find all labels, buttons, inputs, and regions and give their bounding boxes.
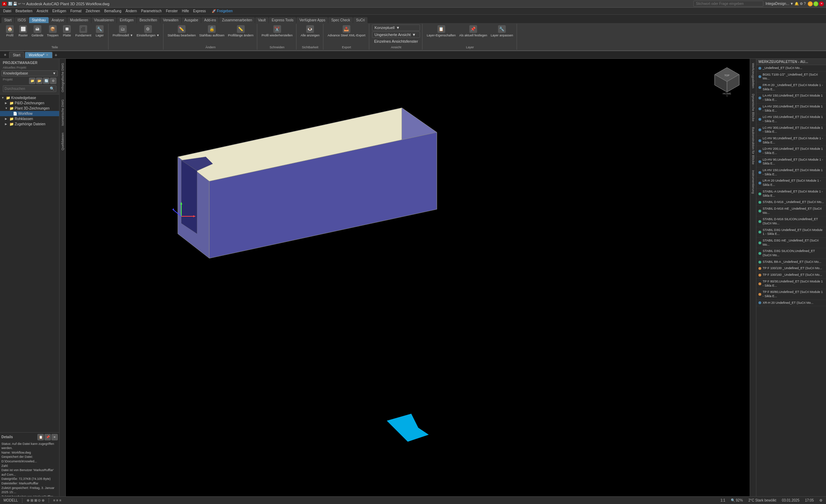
status-extra[interactable]: ≡ ≡ ≡ [52,498,63,503]
details-btn2[interactable]: 📌 [44,434,51,440]
ribbon-btn-profilmodell[interactable]: 🗂 Profilmodell ▼ [111,24,134,38]
palette-item-7[interactable]: LC-HV 90,Undefined_ET (SuCri Module 1 - … [756,135,826,146]
ribbon-btn-profilelaenge[interactable]: 📏 Profillänge ändern [226,24,255,38]
viewcube[interactable]: HOME TOP S [711,66,743,97]
tab-modellieren[interactable]: Modellieren [67,17,91,23]
close-button[interactable]: ✕ [819,1,824,6]
palette-item-15[interactable]: STABIL D-M16 SILICON,Undefined_ET (SuCri… [756,216,826,227]
palette-item-9[interactable]: LD-HV 90,Undefined_ET (SuCri Module 1 - … [756,157,826,167]
menu-hilfe[interactable]: Hilfe [180,8,191,14]
tab-beschriften[interactable]: Beschriften [137,17,160,23]
status-1-1[interactable]: 1:1 [719,498,727,503]
palette-item-16[interactable]: STABIL D3G Undefined_ET (SuCri Module 1 … [756,227,826,238]
ribbon-btn-layer-eigenschaften[interactable]: 📋 Layer-Eigenschaften [425,24,457,38]
tree-zugehoerige[interactable]: ▶ 📁 Zugehörige Dateien [0,121,59,127]
ribbon-btn-profil-wiederherstellen[interactable]: ✂️ Profil wiederherstellen [260,24,294,38]
menu-parametrisch[interactable]: Parametrisch [139,8,163,14]
ribbon-btn-lager[interactable]: 🔧 Lager [93,24,106,38]
ribbon-btn-stahlbau-aufloesen[interactable]: 🔓 Stahlbau auflösen [198,24,226,38]
viewport[interactable]: HOME TOP S [66,59,750,504]
palette-item-10[interactable]: LK-HV 150,Undefined_ET (SuCri Module 1 -… [756,167,826,178]
open-project-btn[interactable]: 📂 [36,78,42,84]
palette-item-19[interactable]: STABIL B8-A _Undefined_ET (SuCri Mo... [756,259,826,266]
konzeptuell-dropdown[interactable]: Konzeptuell ▼ [372,24,420,31]
palette-item-17[interactable]: STABIL D3G mE _Undefined_ET (SuCri Mo... [756,238,826,248]
tab-analyse[interactable]: Analyse [49,17,67,23]
settings-btn[interactable]: ⚙ [50,78,56,84]
tab-vault[interactable]: Vault [255,17,268,23]
ribbon-btn-stahlbau-bearbeiten[interactable]: ✏️ Stahlbau bearbeiten [166,24,197,38]
knowledgebase-dropdown[interactable]: Knowledgebase ▼ [1,70,58,76]
tab-speccheck[interactable]: Spec Check [328,17,353,23]
tab-stahlbau[interactable]: Stahlbau [29,17,48,23]
palette-item-6[interactable]: LC-HV 300,Undefined_ET (SuCri Module 1 -… [756,125,826,135]
tree-pid[interactable]: ▶ 📁 P&ID-Zeichnungen [0,100,59,106]
search-input[interactable] [693,1,763,7]
vtab-orthografisch[interactable]: Orthografische DWG [60,60,65,95]
ribbon-btn-profil[interactable]: 🏠 Profil [4,24,16,38]
menu-bemasz[interactable]: Bemaßung [103,8,123,14]
palette-item-1[interactable]: BG61 T100-1/2" _Undefined_ET (SuCri Mo..… [756,72,826,82]
palette-item-5[interactable]: LC-HV 150,Undefined_ET (SuCri Module 1 -… [756,114,826,125]
maximize-button[interactable]: □ [813,1,818,6]
tab-visualisieren[interactable]: Visualisieren [91,17,117,23]
menu-fenster[interactable]: Fenster [164,8,180,14]
menu-format[interactable]: Format [69,8,83,14]
minimize-button[interactable]: — [808,1,813,6]
freigeben-button[interactable]: 🚀 Freigeben [212,9,233,13]
rvtab-instrumentierung[interactable]: Instrumentierung [751,167,756,197]
tab-add-button[interactable]: + [53,52,59,58]
tab-addins[interactable]: Add-ins [201,17,219,23]
tab-verwalten[interactable]: Verwalten [160,17,181,23]
rvtab-dynamische[interactable]: Dynamische Blöcke [751,91,756,124]
palette-item-14[interactable]: STABIL D-M16 mE _Undefined_ET (SuCri Mo.… [756,206,826,216]
menu-aendern[interactable]: Ändern [124,8,139,14]
status-zoom[interactable]: 🔍 92% [729,498,744,503]
menu-express[interactable]: Express [191,8,208,14]
palette-item-12[interactable]: STABIL-A Undefined_ET (SuCri Module 1 - … [756,189,826,199]
tabstrip-menu[interactable]: ≡ [1,52,9,58]
search-input-field[interactable] [3,86,48,91]
ribbon-btn-gelaende[interactable]: 🏔 Gelände [30,24,45,38]
tab-ausgabe[interactable]: Ausgabe [182,17,201,23]
tab-start[interactable]: Start [1,17,14,23]
ribbon-btn-platte[interactable]: 🔲 Platte [61,24,73,38]
tree-rohklassen[interactable]: ▶ 📁 Rohklassen [0,116,59,121]
refresh-btn[interactable]: 🔄 [43,78,49,84]
tab-sucri[interactable]: SuCri [353,17,368,23]
palette-item-13[interactable]: STABIL D-M16 _Undefined_ET (SuCri Mo... [756,199,826,206]
einzelnes-ansichtsfenster[interactable]: Einzelnes Ansichtsfenster [372,38,420,44]
ribbon-btn-xml-export[interactable]: 📤 Advance Steel XML-Export [326,24,367,38]
rvtab-baukonstruktion[interactable]: Baukonstruktion für Blöcke [751,124,756,167]
vtab-isometrisch[interactable]: Isometrische DWG [60,97,65,129]
ribbon-btn-als-aktuell[interactable]: 📌 Als aktuell festlegen [458,24,489,38]
new-project-btn[interactable]: 📁 [29,78,35,84]
ungesicherte-dropdown[interactable]: Ungesicherte Ansicht ▼ [372,31,420,38]
vtab-quelldateien[interactable]: Quelldateien [60,130,65,153]
palette-item-0[interactable]: _Undefined_ET (SuCri Mo... [756,65,826,72]
search-icon[interactable]: 🔍 [48,86,56,92]
menu-datei[interactable]: Datei [1,8,13,14]
details-btn3[interactable]: ✕ [51,434,58,440]
palette-item-22[interactable]: TP F 80/30,Undefined_ET (SuCri Module 1 … [756,279,826,289]
ribbon-btn-layer-anpassen[interactable]: 🔧 Layer anpassen [489,24,514,38]
status-model[interactable]: MODELL [2,498,19,503]
details-btn1[interactable]: 📋 [37,434,44,440]
tree-knowledgebase[interactable]: ▼ 📁 Knowledgebase [0,95,59,100]
ribbon-btn-treppen[interactable]: 📦 Treppen [46,24,60,38]
menu-ansicht[interactable]: Ansicht [35,8,50,14]
status-settings[interactable]: ⚙ [818,498,824,503]
palette-item-3[interactable]: LA-HV 150,Undefined_ET (SuCri Module 1 -… [756,93,826,103]
tab-verfuegbare[interactable]: Verfügbare Apps [296,17,328,23]
tab-workflow[interactable]: Workflow* ✕ [25,52,52,58]
tab-workflow-close[interactable]: ✕ [46,53,49,57]
ribbon-btn-einstellungen[interactable]: ⚙ Einstellungen ▼ [135,24,161,38]
tree-workflow[interactable]: 📄 Workflow [0,111,59,116]
palette-item-11[interactable]: LR-H 20 Undefined_ET (SuCri Module 1 - S… [756,178,826,188]
tab-isos[interactable]: ISOS [15,17,29,23]
menu-einfuegen[interactable]: Einfügen [51,8,68,14]
ribbon-btn-alle-anzeigen[interactable]: 👁️ Alle anzeigen [299,24,321,38]
tab-start-home[interactable]: Start [9,52,24,58]
tree-plant3d[interactable]: ▼ 📁 Plant 3D-Zeichnungen [0,106,59,111]
ribbon-btn-raster[interactable]: ⬜ Raster [17,24,29,38]
